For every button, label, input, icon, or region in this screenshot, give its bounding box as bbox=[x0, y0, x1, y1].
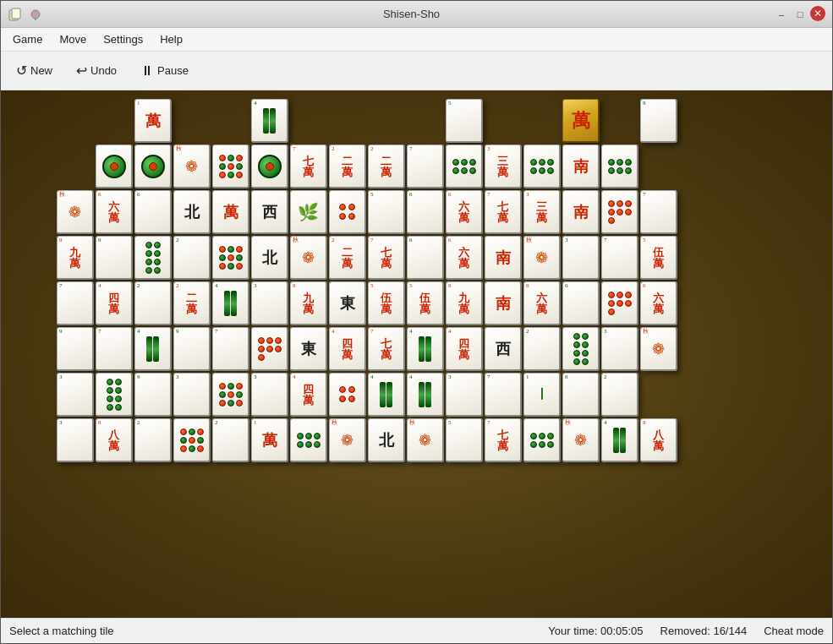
tile[interactable]: 9 bbox=[57, 327, 94, 371]
tile[interactable]: 7七萬 bbox=[368, 327, 405, 371]
tile[interactable]: 1萬 bbox=[134, 99, 172, 143]
tile[interactable]: 2 bbox=[523, 327, 561, 371]
tile[interactable]: 東 bbox=[329, 281, 366, 325]
tile[interactable]: 3三萬 bbox=[523, 190, 561, 234]
tile[interactable]: 秋❁ bbox=[640, 327, 677, 371]
tile[interactable]: 2 bbox=[134, 281, 172, 325]
tile[interactable]: 4四萬 bbox=[329, 327, 366, 371]
tile[interactable] bbox=[251, 145, 288, 188]
tile[interactable] bbox=[173, 418, 211, 462]
tile[interactable]: 7 bbox=[601, 236, 638, 280]
undo-button[interactable]: ↩ Undo bbox=[68, 59, 125, 82]
tile[interactable] bbox=[212, 373, 249, 417]
tile[interactable]: 🌿 bbox=[290, 190, 327, 234]
maximize-button[interactable]: □ bbox=[792, 6, 808, 23]
tile[interactable]: 3 bbox=[601, 327, 638, 371]
tile[interactable]: 3 bbox=[57, 418, 94, 462]
tile[interactable]: 秋❁ bbox=[407, 418, 444, 462]
menu-help[interactable]: Help bbox=[151, 31, 191, 47]
tile[interactable]: 萬 bbox=[562, 99, 600, 143]
tile[interactable]: 9 bbox=[173, 327, 211, 371]
tile[interactable]: 7 bbox=[407, 145, 444, 188]
tile[interactable]: 3 bbox=[251, 281, 288, 325]
tile[interactable]: 秋❁ bbox=[562, 418, 600, 462]
tile[interactable]: 7 bbox=[212, 327, 249, 371]
tile[interactable]: 5伍萬 bbox=[368, 281, 405, 325]
tile[interactable]: 9 bbox=[96, 236, 133, 280]
tile[interactable] bbox=[134, 145, 172, 188]
tile[interactable]: 南 bbox=[485, 281, 522, 325]
tile[interactable]: 4 bbox=[212, 281, 249, 325]
tile[interactable] bbox=[329, 190, 366, 234]
tile[interactable]: 8八萬 bbox=[640, 418, 677, 462]
tile[interactable] bbox=[523, 145, 561, 188]
minimize-button[interactable]: – bbox=[773, 6, 790, 23]
tile[interactable] bbox=[562, 327, 600, 371]
tile[interactable]: 8八萬 bbox=[96, 418, 133, 462]
tile[interactable] bbox=[212, 145, 249, 188]
tile[interactable]: 9九萬 bbox=[57, 236, 94, 280]
tile[interactable]: 秋❁ bbox=[523, 236, 561, 280]
tile[interactable]: 9 bbox=[134, 373, 172, 417]
tile[interactable] bbox=[251, 327, 288, 371]
tile[interactable]: 6六萬 bbox=[446, 236, 483, 280]
tile[interactable]: 5伍萬 bbox=[640, 236, 677, 280]
tile[interactable]: 4 bbox=[251, 99, 288, 143]
tile[interactable]: 北 bbox=[368, 418, 405, 462]
tile[interactable]: 6六萬 bbox=[523, 281, 561, 325]
tile[interactable]: 4四萬 bbox=[446, 327, 483, 371]
tile[interactable]: 9九萬 bbox=[290, 281, 327, 325]
tile[interactable] bbox=[601, 145, 638, 188]
tile[interactable]: 3 bbox=[251, 373, 288, 417]
tile[interactable] bbox=[329, 373, 366, 417]
tile[interactable]: 8 bbox=[562, 373, 600, 417]
tile[interactable]: 東 bbox=[290, 327, 327, 371]
tile[interactable]: 3 bbox=[57, 373, 94, 417]
tile[interactable]: 秋❁ bbox=[57, 190, 94, 234]
tile[interactable]: 西 bbox=[251, 190, 288, 234]
tile[interactable] bbox=[290, 418, 327, 462]
tile[interactable]: 2 bbox=[601, 373, 638, 417]
menu-game[interactable]: Game bbox=[4, 31, 51, 47]
tile[interactable]: 6六萬 bbox=[640, 281, 677, 325]
tile[interactable] bbox=[96, 145, 133, 188]
tile[interactable]: 7 bbox=[485, 373, 522, 417]
tile[interactable]: 7七萬 bbox=[485, 418, 522, 462]
tile[interactable]: 2二萬 bbox=[329, 236, 366, 280]
tile[interactable]: 7七萬 bbox=[290, 145, 327, 188]
tile[interactable]: 1丨 bbox=[523, 373, 561, 417]
tile[interactable]: 3 bbox=[446, 373, 483, 417]
tile[interactable]: 3三萬 bbox=[485, 145, 522, 188]
tile[interactable] bbox=[523, 418, 561, 462]
tile[interactable] bbox=[96, 373, 133, 417]
tile[interactable]: 2二萬 bbox=[329, 145, 366, 188]
tile[interactable]: 4 bbox=[407, 327, 444, 371]
tile[interactable]: 3 bbox=[173, 373, 211, 417]
tile[interactable]: 7 bbox=[57, 281, 94, 325]
tile[interactable]: 南 bbox=[562, 190, 600, 234]
menu-move[interactable]: Move bbox=[51, 31, 95, 47]
tile[interactable]: 7七萬 bbox=[485, 190, 522, 234]
tile[interactable]: 5 bbox=[368, 190, 405, 234]
tile[interactable]: 4 bbox=[368, 373, 405, 417]
tile[interactable]: 5 bbox=[446, 418, 483, 462]
tile[interactable]: 6六萬 bbox=[96, 190, 133, 234]
tile[interactable]: 4 bbox=[601, 418, 638, 462]
tile[interactable]: 5 bbox=[446, 99, 483, 143]
tile[interactable]: 4四萬 bbox=[96, 281, 133, 325]
tile[interactable]: 6六萬 bbox=[446, 190, 483, 234]
tile[interactable]: 2 bbox=[212, 418, 249, 462]
tile[interactable]: 9 bbox=[640, 99, 677, 143]
tile[interactable]: 北 bbox=[251, 236, 288, 280]
tile[interactable]: 南 bbox=[562, 145, 600, 188]
tile[interactable]: 2 bbox=[134, 418, 172, 462]
tile[interactable]: 7 bbox=[96, 327, 133, 371]
tile[interactable] bbox=[601, 190, 638, 234]
tile[interactable]: 南 bbox=[485, 236, 522, 280]
tile[interactable]: 4 bbox=[134, 327, 172, 371]
tile[interactable]: 2二萬 bbox=[368, 145, 405, 188]
tile[interactable]: 6 bbox=[134, 190, 172, 234]
new-button[interactable]: ↺ New bbox=[8, 59, 61, 82]
tile[interactable]: 1萬 bbox=[251, 418, 288, 462]
tile[interactable] bbox=[134, 236, 172, 280]
